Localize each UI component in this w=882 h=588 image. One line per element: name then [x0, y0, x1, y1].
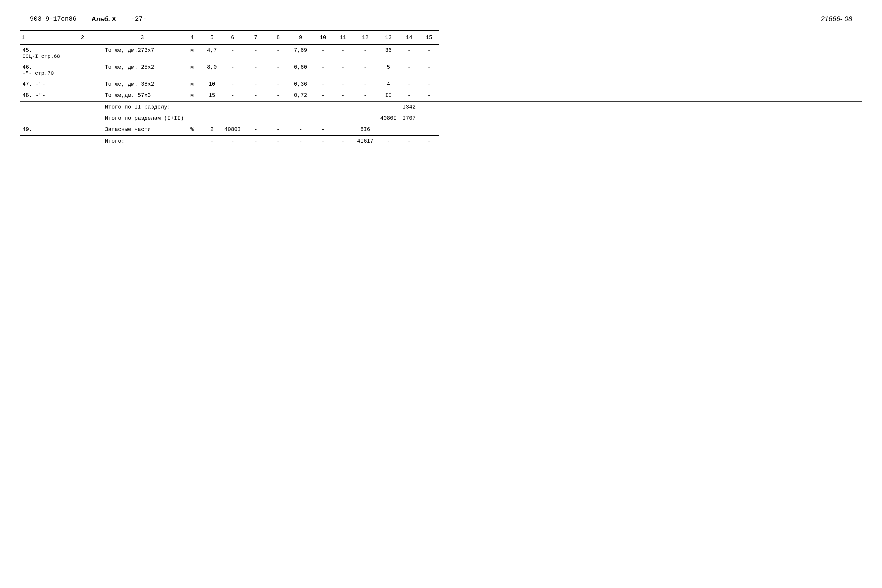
total-label: Итого: [102, 135, 182, 147]
col-header-3: 3 [102, 31, 182, 45]
col-header-12: 12 [353, 31, 378, 45]
total-col10: - [313, 135, 333, 147]
row-48-col10: - [313, 90, 333, 101]
total-col11: - [333, 135, 353, 147]
row-49-col5: 2 [202, 124, 222, 135]
header-left: 903-9-17сп86 Альб. X -27- [30, 15, 147, 23]
row-45-col5: 4,7 [202, 45, 222, 62]
row-46-col15: - [419, 62, 439, 79]
row-49-col12: 8I6 [353, 124, 378, 135]
row-47-col15: - [419, 79, 439, 90]
col-header-10: 10 [313, 31, 333, 45]
section2-label: Итого по II разделу: [102, 101, 378, 113]
row-48-col8: - [268, 90, 288, 101]
header-reference: 21666- 08 [821, 15, 852, 23]
row-49-col7: - [243, 124, 268, 135]
row-47-col4: м [182, 79, 202, 90]
row-45-col12: - [353, 45, 378, 62]
row-46-num: 46. -"- стр.70 [20, 62, 63, 79]
total-empty [20, 135, 102, 147]
header-album: Альб. X [92, 15, 116, 23]
row-48-num: 48. -"- [20, 90, 63, 101]
header-page: -27- [131, 15, 146, 22]
row-46-col12: - [353, 62, 378, 79]
col-header-7: 7 [243, 31, 268, 45]
total-col7: - [243, 135, 268, 147]
column-headers: 1 2 3 4 5 6 7 8 9 10 11 12 13 14 15 [20, 31, 862, 45]
sections12-empty [20, 113, 102, 124]
row-45-col4: м [182, 45, 202, 62]
col-header-9: 9 [288, 31, 313, 45]
row-49-col14 [399, 124, 419, 135]
row-49-col13 [378, 124, 399, 135]
row-47-num: 47. -"- [20, 79, 63, 90]
row-45-col2 [63, 45, 102, 62]
row-45-num: 45. ССЦ-I стр.68 [20, 45, 63, 62]
row-49-desc: Запасные части [102, 124, 182, 135]
row-48-col11: - [333, 90, 353, 101]
table-row: 45. ССЦ-I стр.68 То же, дм.273х7 м 4,7 -… [20, 45, 862, 62]
row-46-col8: - [268, 62, 288, 79]
row-46-col13: 5 [378, 62, 399, 79]
sections12-col15 [439, 113, 862, 124]
row-49-col11 [333, 124, 353, 135]
total-col4 [182, 135, 202, 147]
col-header-1: 1 [20, 31, 63, 45]
header: 903-9-17сп86 Альб. X -27- 21666- 08 [20, 15, 862, 23]
section2-col14 [419, 101, 439, 113]
col-header-6: 6 [222, 31, 243, 45]
row-48-col12: - [353, 90, 378, 101]
row-45-col6: - [222, 45, 243, 62]
row-47-col2 [63, 79, 102, 90]
total-col8: - [268, 135, 288, 147]
total-col13: - [378, 135, 399, 147]
row-46-col9: 0,60 [288, 62, 313, 79]
row-46-desc: То же, дм. 25х2 [102, 62, 182, 79]
sections12-col11 [353, 113, 378, 124]
row-46-col7: - [243, 62, 268, 79]
header-code: 903-9-17сп86 [30, 15, 76, 22]
col-header-11: 11 [333, 31, 353, 45]
row-49-col10: - [313, 124, 333, 135]
row-49-col4: % [182, 124, 202, 135]
row-48-col7: - [243, 90, 268, 101]
row-48-desc: То же,дм. 57х3 [102, 90, 182, 101]
row-45-col7: - [243, 45, 268, 62]
row-48-col13: II [378, 90, 399, 101]
table-row: 48. -"- То же,дм. 57х3 м 15 - - - 0,72 -… [20, 90, 862, 101]
row-46-col2 [63, 62, 102, 79]
table-row: 47. -"- То же, дм. 38х2 м 10 - - - 0,36 … [20, 79, 862, 90]
row-49-num: 49. [20, 124, 63, 135]
total-row: Итого: - - - - - - - 4I6I7 - - - [20, 135, 862, 147]
row-45-col13: 36 [378, 45, 399, 62]
row-46-col5: 8,0 [202, 62, 222, 79]
row-46-col10: - [313, 62, 333, 79]
row-47-col9: 0,36 [288, 79, 313, 90]
row-47-col14: - [399, 79, 419, 90]
row-48-col15: - [419, 90, 439, 101]
total-col14: - [399, 135, 419, 147]
row-45-col8: - [268, 45, 288, 62]
row-45-col14: - [399, 45, 419, 62]
total-col6: - [222, 135, 243, 147]
row-47-desc: То же, дм. 38х2 [102, 79, 182, 90]
row-45-col10: - [313, 45, 333, 62]
sections12-label: Итого по разделам (I+II) [102, 113, 353, 124]
col-header-8: 8 [268, 31, 288, 45]
table-row: 46. -"- стр.70 То же, дм. 25х2 м 8,0 - -… [20, 62, 862, 79]
row-45-col9: 7,69 [288, 45, 313, 62]
row-46-col14: - [399, 62, 419, 79]
row-48-col9: 0,72 [288, 90, 313, 101]
section2-col13: I342 [399, 101, 419, 113]
section2-summary-row: Итого по II разделу: I342 [20, 101, 862, 113]
row-49-col2 [63, 124, 102, 135]
total-col5: - [202, 135, 222, 147]
table-row-49: 49. Запасные части % 2 4080I - - - - 8I6 [20, 124, 862, 135]
row-49-col6: 4080I [222, 124, 243, 135]
row-48-col14: - [399, 90, 419, 101]
col-header-15: 15 [419, 31, 439, 45]
row-48-col5: 15 [202, 90, 222, 101]
section2-empty [20, 101, 102, 113]
section2-col12 [378, 101, 399, 113]
total-col12-val: 4I6I7 [353, 135, 378, 147]
